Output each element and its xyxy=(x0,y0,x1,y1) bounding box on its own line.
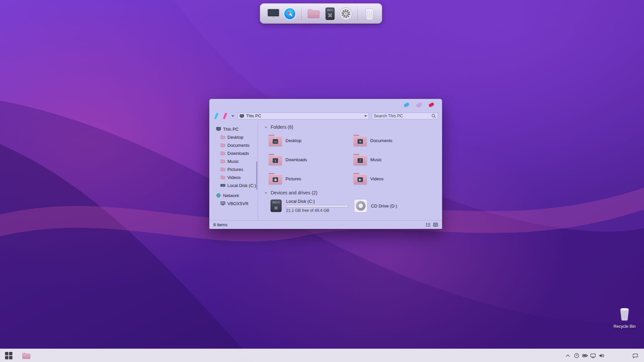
folder-tile-desktop[interactable]: ▭ Desktop xyxy=(269,134,354,147)
svg-text:⌘: ⌘ xyxy=(328,13,332,18)
address-dropdown-icon[interactable] xyxy=(364,115,367,117)
disk-icon xyxy=(220,183,225,188)
maximize-button[interactable] xyxy=(416,102,422,107)
tray-network-icon[interactable] xyxy=(590,353,596,359)
folder-icon xyxy=(220,135,225,139)
folder-icon xyxy=(220,167,225,172)
sidebar-scrollbar[interactable] xyxy=(256,161,257,190)
folder-icon xyxy=(220,159,225,164)
nav-history-dropdown-icon[interactable] xyxy=(231,115,234,117)
sidebar-item-music[interactable]: Music xyxy=(209,157,258,165)
music-folder-icon: ♪ xyxy=(354,154,367,165)
folder-tile-music[interactable]: ♪ Music xyxy=(354,153,438,166)
tray-volume-icon[interactable] xyxy=(598,353,604,359)
start-button[interactable] xyxy=(1,349,16,362)
videos-folder-icon: ▶ xyxy=(354,173,367,184)
desktop-folder-icon: ▭ xyxy=(269,135,282,146)
disk-usage-bar xyxy=(286,205,348,207)
dock-display-icon[interactable] xyxy=(266,7,280,21)
devices-group-header[interactable]: + Devices and drives (2) xyxy=(265,190,442,195)
dock-divider xyxy=(301,7,302,20)
sidebar-item-this-pc[interactable]: This PC xyxy=(209,125,258,133)
expander-icon[interactable]: + xyxy=(265,125,268,130)
tray-clock-icon[interactable] xyxy=(574,353,580,359)
folder-tile-downloads[interactable]: ↓ Downloads xyxy=(269,153,354,166)
window-titlebar[interactable] xyxy=(209,99,442,111)
explorer-window: This PC Desktop Documents Downloads xyxy=(209,99,442,229)
windows-logo-icon xyxy=(5,352,12,359)
downloads-folder-icon: ↓ xyxy=(269,154,282,165)
documents-folder-icon: ≡ xyxy=(354,135,367,146)
hard-drive-icon: ⌘ xyxy=(269,199,283,213)
sidebar-item-documents[interactable]: Documents xyxy=(209,141,258,149)
recycle-bin-icon xyxy=(618,306,632,322)
status-bar: 8 items xyxy=(209,220,442,229)
local-disk-tile[interactable]: ⌘ Local Disk (C:) 21.1 GB free of 49.4 G… xyxy=(269,199,354,213)
item-count: 8 items xyxy=(213,222,227,227)
folder-icon xyxy=(220,143,225,147)
search-input[interactable] xyxy=(374,114,430,118)
sidebar-item-videos[interactable]: Videos xyxy=(209,173,258,181)
recycle-bin[interactable]: Recycle Bin xyxy=(610,306,639,329)
forward-button[interactable] xyxy=(223,113,227,120)
recycle-bin-label: Recycle Bin xyxy=(610,324,639,329)
search-icon xyxy=(431,114,436,118)
dock: ⌘ xyxy=(260,3,382,23)
folder-icon xyxy=(220,151,225,156)
tray-chevron-up-icon[interactable] xyxy=(565,353,571,359)
file-list: + Folders (6) ▭ Desktop ≡ Documents ↓ Do… xyxy=(258,121,442,220)
folder-tile-pictures[interactable]: ▣ Pictures xyxy=(269,172,354,185)
pc-icon xyxy=(216,127,221,131)
sidebar-item-network[interactable]: Network xyxy=(209,191,258,199)
address-bar[interactable] xyxy=(237,113,369,119)
pc-icon xyxy=(239,114,244,118)
action-center-button[interactable] xyxy=(629,349,641,362)
devices-group-label: Devices and drives (2) xyxy=(271,190,317,195)
toolbar xyxy=(209,111,442,121)
folder-tile-documents[interactable]: ≡ Documents xyxy=(354,134,438,147)
svg-text:⌘: ⌘ xyxy=(274,206,278,210)
sidebar: This PC Desktop Documents Downloads xyxy=(209,121,258,220)
dock-trash-icon[interactable] xyxy=(363,7,377,21)
dock-settings-icon[interactable] xyxy=(339,7,353,21)
cd-drive-tile[interactable]: CD Drive (D:) xyxy=(354,199,397,213)
tray-battery-icon[interactable] xyxy=(582,353,588,359)
folders-group-header[interactable]: + Folders (6) xyxy=(265,124,442,130)
action-center-icon xyxy=(632,353,639,359)
folder-icon xyxy=(220,175,225,180)
address-input[interactable] xyxy=(246,114,362,118)
dock-folder-icon[interactable] xyxy=(307,7,321,21)
thumbnail-view-icon[interactable] xyxy=(433,222,438,227)
sidebar-item-desktop[interactable]: Desktop xyxy=(209,133,258,141)
pc-icon xyxy=(220,201,225,206)
explorer-folder-icon xyxy=(22,352,31,360)
dock-system-icon[interactable]: ⌘ xyxy=(323,7,337,21)
network-icon xyxy=(216,193,221,198)
sidebar-item-local-disk[interactable]: Local Disk (C:) xyxy=(209,181,258,189)
sidebar-item-vboxsvr[interactable]: VBOXSVR xyxy=(209,199,258,207)
taskbar: 12:08 PM 2/16/2026 xyxy=(0,349,644,362)
details-view-icon[interactable] xyxy=(426,222,431,227)
expander-icon[interactable]: + xyxy=(265,190,268,195)
folders-group-label: Folders (6) xyxy=(271,124,293,130)
cd-drive-icon xyxy=(354,199,368,213)
minimize-button[interactable] xyxy=(404,102,410,107)
sidebar-item-downloads[interactable]: Downloads xyxy=(209,149,258,157)
close-button[interactable] xyxy=(428,102,434,107)
back-button[interactable] xyxy=(214,113,218,120)
dock-divider xyxy=(357,7,358,20)
folder-tile-videos[interactable]: ▶ Videos xyxy=(354,172,438,185)
search-box[interactable] xyxy=(372,113,438,119)
taskbar-explorer-button[interactable] xyxy=(19,349,33,362)
dock-safari-icon[interactable] xyxy=(283,7,297,21)
pictures-folder-icon: ▣ xyxy=(269,173,282,184)
sidebar-item-pictures[interactable]: Pictures xyxy=(209,165,258,173)
